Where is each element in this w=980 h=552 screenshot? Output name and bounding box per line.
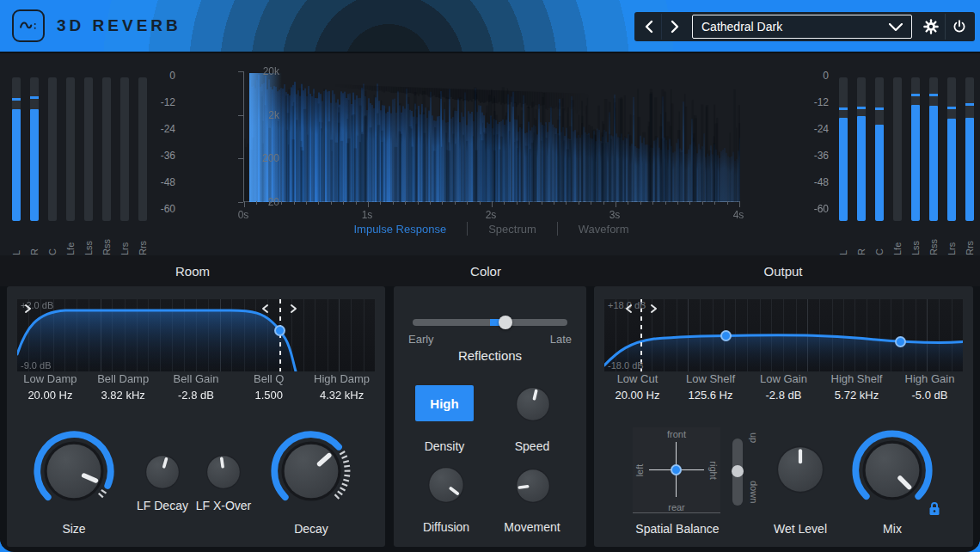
diffusion-knob-label: Diffusion (406, 520, 487, 534)
decay-knob[interactable] (268, 428, 354, 514)
meter-channel-label: L (11, 226, 21, 255)
param-value[interactable]: 125.6 Hz (674, 389, 747, 402)
meter-channel-label: C (874, 226, 885, 255)
preset-bar: Cathedral Dark (634, 12, 975, 41)
param-value[interactable]: 20.00 Hz (14, 389, 87, 402)
param-name: Low Damp (14, 372, 87, 385)
high-shelf-node-handle[interactable] (895, 336, 906, 347)
meter-channel-Lss: Lss (84, 77, 93, 255)
freq-axis-tick: 2k (268, 109, 279, 121)
output-eq-display[interactable]: +18.0 dB -18.0 dB (604, 299, 963, 371)
meter-channel-Lrs: Lrs (120, 77, 129, 255)
param-value[interactable]: -5.0 dB (893, 389, 966, 402)
nudge-right-icon[interactable] (290, 304, 297, 314)
param-name: Low Shelf (674, 372, 747, 385)
mix-knob-label: Mix (841, 522, 944, 536)
spatial-balance-handle[interactable] (671, 464, 682, 475)
power-icon (952, 19, 967, 34)
param-name: Bell Damp (87, 372, 160, 385)
meter-scale-tick: 0 (169, 70, 175, 82)
freq-axis-tick: 200 (262, 152, 279, 164)
meter-channel-label: Rss (928, 226, 939, 255)
spectrogram-plot[interactable] (243, 71, 739, 202)
room-panel: +2.0 dB -9.0 dB Low Damp Bell Damp Bell … (7, 286, 385, 547)
tab-impulse-response[interactable]: Impulse Response (353, 223, 446, 236)
output-meters: 0-12-24-36-48-60 LRCLfeLssRssLrsRrs (782, 53, 980, 255)
height-slider-thumb[interactable] (732, 465, 744, 477)
time-axis-tick: 1s (362, 209, 373, 221)
param-name: Bell Gain (160, 372, 233, 385)
meter-channel-label: Lss (910, 226, 921, 255)
meter-channel-Lfe: Lfe (893, 77, 902, 255)
meter-channel-label: Lss (83, 226, 94, 255)
reflections-caption: Reflections (394, 348, 586, 363)
section-title-strip: Room Color Output (0, 255, 980, 286)
preset-prev-button[interactable] (636, 14, 662, 40)
param-value[interactable]: -2.8 dB (160, 389, 233, 402)
reflections-slider-thumb[interactable] (499, 316, 512, 329)
movement-knob[interactable] (514, 467, 552, 505)
time-axis-tick: 0s (238, 209, 249, 221)
meter-channel-Lrs: Lrs (947, 77, 956, 255)
size-knob[interactable] (31, 428, 117, 514)
param-value[interactable]: 20.00 Hz (601, 389, 674, 402)
slider-early-label: Early (408, 333, 434, 346)
wet-level-knob[interactable] (775, 445, 825, 494)
meter-channel-Rrs: Rrs (965, 77, 974, 255)
meter-scale-tick: -48 (161, 176, 175, 188)
pad-right-label: right (708, 461, 719, 479)
bell-node-handle[interactable] (274, 325, 285, 336)
slider-down-label: down (749, 481, 759, 503)
lf-xover-knob[interactable] (205, 453, 242, 491)
density-label: Density (410, 439, 479, 453)
nudge-right-icon[interactable] (24, 304, 32, 314)
preset-dropdown[interactable]: Cathedral Dark (692, 15, 912, 39)
param-name: Low Cut (601, 372, 674, 385)
lf-decay-knob[interactable] (144, 453, 181, 491)
room-eq-display[interactable]: +2.0 dB -9.0 dB (17, 299, 375, 371)
display-tabs: Impulse Response Spectrum Waveform (243, 222, 739, 236)
chevron-right-icon (671, 20, 679, 34)
param-value[interactable]: 3.82 kHz (87, 389, 160, 402)
slider-late-label: Late (550, 333, 572, 346)
param-value[interactable]: -2.8 dB (747, 389, 820, 402)
mix-knob[interactable] (849, 427, 935, 513)
meter-channel-label: L (838, 226, 848, 255)
param-name: Low Gain (747, 372, 820, 385)
size-knob-label: Size (22, 522, 126, 536)
meter-channel-label: Lfe (892, 226, 903, 255)
tab-waveform[interactable]: Waveform (579, 223, 629, 236)
diffusion-knob[interactable] (426, 465, 466, 505)
reflections-slider[interactable] (413, 319, 567, 326)
param-name: Bell Q (232, 372, 305, 385)
param-value[interactable]: 4.32 kHz (305, 389, 378, 402)
height-slider[interactable] (732, 439, 743, 506)
low-shelf-node-handle[interactable] (720, 330, 732, 341)
speed-knob-label: Speed (498, 439, 567, 453)
meter-channel-Lss: Lss (911, 77, 920, 255)
meter-scale-tick: 0 (823, 70, 829, 82)
preset-next-button[interactable] (662, 14, 688, 40)
nudge-right-icon[interactable] (650, 304, 658, 314)
power-button[interactable] (945, 14, 973, 40)
tab-spectrum[interactable]: Spectrum (488, 223, 536, 236)
param-value[interactable]: 5.72 kHz (820, 389, 893, 402)
meter-scale-tick: -48 (814, 176, 829, 188)
settings-button[interactable] (916, 14, 945, 40)
input-meters: LRCLfeLssRssLrsRrs 0-12-24-36-48-60 (0, 53, 198, 255)
spatial-balance-pad[interactable]: front rear left right (633, 427, 720, 513)
nudge-left-icon[interactable] (261, 304, 269, 314)
param-value[interactable]: 1.500 (232, 389, 305, 402)
wet-level-knob-label: Wet Level (749, 522, 852, 536)
meter-channel-label: C (47, 226, 58, 255)
mix-lock-icon[interactable] (928, 501, 940, 516)
speed-knob[interactable] (514, 385, 552, 423)
freq-axis-tick: 20 (268, 196, 279, 208)
impulse-response-display: 20k2k20020 Impulse Response Spectrum Wav… (198, 53, 782, 255)
spectrogram-canvas (244, 71, 740, 202)
color-section-title: Color (385, 264, 586, 279)
nudge-left-icon[interactable] (625, 304, 633, 314)
meter-channel-L: L (839, 77, 848, 255)
density-high-button[interactable]: High (415, 385, 474, 421)
decay-knob-label: Decay (260, 522, 363, 536)
